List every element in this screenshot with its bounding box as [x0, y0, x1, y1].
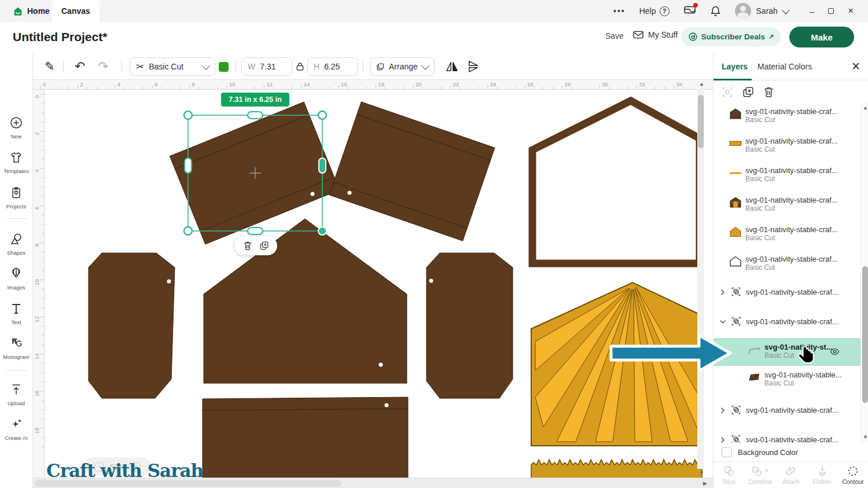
- hand-cursor-icon: [797, 345, 817, 367]
- subscription-button[interactable]: [683, 5, 696, 17]
- my-stuff-button[interactable]: My Stuff: [632, 30, 678, 39]
- chevron-right-icon[interactable]: [718, 435, 727, 443]
- avatar: [735, 3, 751, 19]
- draw-pencil-icon[interactable]: ✎: [45, 53, 55, 80]
- shape-stable-outline[interactable]: [532, 101, 700, 263]
- layer-row[interactable]: svg-01-nativity-stable-craf... Basic Cut: [713, 194, 860, 219]
- background-color-checkbox[interactable]: [722, 447, 732, 457]
- layer-group-row[interactable]: svg-01-nativity-stable-craf...: [713, 313, 860, 331]
- layer-linetype: Basic Cut: [745, 234, 838, 242]
- sidebar-item-upload[interactable]: Upload: [0, 383, 32, 406]
- tab-home[interactable]: Home: [3, 0, 59, 22]
- svg-text:4: 4: [117, 81, 120, 87]
- minimize-button[interactable]: –: [810, 6, 814, 16]
- flip-horizontal-button[interactable]: [446, 53, 458, 80]
- layer-row[interactable]: svg-01-nativity-stable-craf... Basic Cut: [713, 223, 860, 249]
- resize-handle-e[interactable]: [319, 158, 326, 173]
- scissors-icon: ✂: [136, 61, 144, 73]
- redo-button[interactable]: ↷: [98, 53, 108, 80]
- resize-handle-nw[interactable]: [184, 111, 192, 119]
- svg-text:22: 22: [453, 81, 459, 87]
- chevron-right-icon[interactable]: [718, 288, 727, 297]
- design-canvas[interactable]: 0246810121416182022242628303234 02468101…: [33, 80, 713, 488]
- layer-name: svg-01-nativity-stable-craf...: [745, 166, 838, 175]
- sidebar-item-text[interactable]: Text: [0, 302, 32, 325]
- bell-icon[interactable]: [710, 5, 721, 17]
- account-menu[interactable]: Sarah: [735, 3, 789, 19]
- make-button[interactable]: Make: [789, 27, 854, 47]
- overflow-menu[interactable]: •••: [613, 6, 626, 16]
- action-contour-button[interactable]: Contour: [837, 462, 868, 488]
- arrange-dropdown[interactable]: Arrange: [370, 53, 435, 80]
- resize-handle-s[interactable]: [248, 228, 263, 234]
- resize-handle-se[interactable]: [318, 227, 326, 235]
- svg-text:0: 0: [43, 81, 46, 87]
- close-button[interactable]: ×: [848, 5, 854, 17]
- layer-row[interactable]: svg-01-nativity-st... Basic Cut: [713, 338, 860, 366]
- shape-side-wall-left[interactable]: [89, 253, 175, 398]
- help-menu[interactable]: Help ?: [639, 6, 670, 16]
- layer-row[interactable]: svg-01-nativity-stable-craf... Basic Cut: [713, 164, 860, 190]
- layer-linetype: Basic Cut: [745, 145, 838, 153]
- color-swatch[interactable]: [219, 53, 229, 80]
- svg-text:28: 28: [565, 81, 571, 87]
- subscriber-deals-button[interactable]: Subscriber Deals ↗: [681, 27, 781, 46]
- canvas-vertical-scrollbar[interactable]: ▲ ▼: [697, 81, 704, 477]
- shape-side-wall-right[interactable]: [426, 253, 513, 398]
- maximize-button[interactable]: [828, 8, 834, 14]
- save-button[interactable]: Save: [605, 31, 624, 41]
- width-input[interactable]: W7.31: [241, 53, 292, 80]
- sidebar-item-shapes[interactable]: Shapes: [0, 232, 32, 256]
- sidebar-item-label: Text: [0, 319, 32, 325]
- group-icon: [730, 404, 742, 416]
- shape-base-strip[interactable]: [203, 397, 408, 488]
- resize-handle-sw[interactable]: [184, 227, 192, 235]
- chevron-down-icon[interactable]: [718, 317, 727, 326]
- layer-thumbnail: [729, 137, 742, 150]
- delete-icon[interactable]: [243, 241, 252, 251]
- sidebar-item-create-ai[interactable]: Create AI: [0, 417, 32, 441]
- tab-canvas[interactable]: Canvas: [52, 0, 100, 22]
- layer-row[interactable]: svg-01-nativity-stable-craf... Basic Cut: [713, 253, 860, 278]
- sidebar-item-monogram[interactable]: Monogram: [0, 336, 32, 360]
- resize-handle-n[interactable]: [248, 112, 263, 119]
- resize-handle-w[interactable]: [185, 158, 192, 173]
- page-title[interactable]: Untitled Project*: [13, 30, 107, 44]
- sidebar-item-templates[interactable]: Templates: [0, 151, 32, 174]
- layer-name: svg-01-nativity-stable-craf...: [746, 317, 838, 326]
- tab-material-colors[interactable]: Material Colors: [757, 62, 812, 71]
- resize-handle-ne[interactable]: [318, 111, 326, 119]
- layer-linetype: Basic Cut: [764, 379, 842, 387]
- layer-group-row[interactable]: svg-01-nativity-stable-craf...: [713, 402, 860, 419]
- layer-linetype: Basic Cut: [745, 204, 838, 212]
- linetype-dropdown[interactable]: ✂Basic Cut: [130, 53, 215, 80]
- layer-row[interactable]: svg-01-nativity-stable-craf... Basic Cut: [713, 105, 860, 131]
- tab-layers[interactable]: Layers: [722, 62, 748, 71]
- action-label: Attach: [782, 478, 800, 485]
- delete-layer-icon[interactable]: [763, 86, 775, 98]
- sidebar-item-projects[interactable]: Projects: [0, 186, 32, 210]
- sparkle-icon: [9, 417, 23, 431]
- svg-text:4: 4: [34, 170, 40, 173]
- layer-group-row[interactable]: svg-01-nativity-stable-craf...: [713, 284, 860, 301]
- lock-ratio-button[interactable]: [296, 53, 304, 80]
- flip-vertical-button[interactable]: [467, 53, 480, 80]
- chevron-right-icon[interactable]: [718, 406, 727, 415]
- duplicate-layer-icon[interactable]: [742, 86, 755, 98]
- duplicate-icon[interactable]: [259, 241, 269, 251]
- svg-text:6: 6: [155, 81, 157, 87]
- width-value: 7.31: [260, 62, 275, 71]
- shape-roof-piece-2[interactable]: [329, 102, 495, 241]
- sidebar-item-new[interactable]: New: [0, 116, 32, 140]
- layer-row[interactable]: svg-01-nativity-stable... Basic Cut: [713, 369, 860, 394]
- panel-close-icon[interactable]: ✕: [851, 60, 860, 73]
- undo-button[interactable]: ↶: [75, 53, 85, 80]
- layer-group-row[interactable]: svg-01-nativity-stable-craf...: [713, 431, 860, 443]
- layer-row[interactable]: svg-01-nativity-stable-craf... Basic Cut: [713, 135, 860, 160]
- panel-scrollbar[interactable]: ▲ ▼: [860, 103, 868, 443]
- layer-name: svg-01-nativity-stable...: [764, 370, 842, 379]
- sidebar-item-images[interactable]: Images: [0, 267, 32, 291]
- height-label: H: [314, 62, 319, 71]
- visibility-eye-icon[interactable]: [829, 346, 840, 357]
- height-input[interactable]: H6.25: [307, 53, 358, 80]
